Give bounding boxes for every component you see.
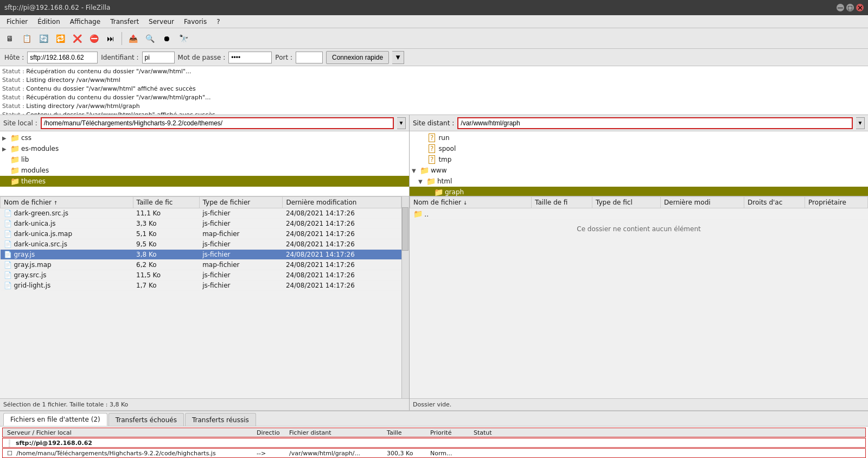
status-line-1: Statut : Récupération du contenu du doss… [2,67,866,76]
selection-status: Sélection de 1 fichier. Taille totale : … [0,398,409,410]
tab-success[interactable]: Transferts réussis [185,413,256,426]
remote-col-rights[interactable]: Droits d'ac [744,197,805,208]
close-button[interactable]: ✕ [856,4,864,11]
folder-icon: 📁 [10,166,20,175]
tree-arrow-down: ▼ [412,168,418,174]
table-row[interactable]: 📄grid-light.js 1,7 Ko js-fichier 24/08/2… [1,281,401,291]
menu-fichier[interactable]: Fichier [2,17,32,27]
menu-favoris[interactable]: Favoris [180,17,211,27]
queue-local-1: ☐ /home/manu/Téléchargements/Highcharts-… [5,450,254,457]
queue-header: Serveur / Fichier local Directio Fichier… [2,428,866,437]
remote-tree-item-tmp[interactable]: ? tmp [410,154,868,165]
connect-button[interactable]: Connexion rapide [326,51,389,64]
remote-path-input[interactable] [457,117,853,129]
pass-input[interactable] [228,52,272,63]
table-row[interactable]: 📁 .. [410,208,868,220]
local-path-bar: Site local : ▼ [0,115,409,131]
remote-col-size[interactable]: Taille de fi [532,197,592,208]
queue-area: Fichiers en file d'attente (2) Transfert… [0,410,868,458]
remote-tree-item-www[interactable]: ▼ 📁 www [410,165,868,176]
col-header-size[interactable]: Taille de fic [133,197,199,208]
file-icon: 📄 [4,209,12,217]
col-header-name[interactable]: Nom de fichier ↑ [1,197,133,208]
remote-tree-item-run[interactable]: ? run [410,132,868,143]
host-input[interactable] [27,52,98,63]
remote-path-dropdown[interactable]: ▼ [856,117,865,129]
toolbar-open-site[interactable]: 📋 [19,31,34,46]
local-path-input[interactable] [41,117,394,129]
remote-file-table: Nom de fichier ↓ Taille de fi Type de fi… [410,196,868,220]
toolbar-sync-browse[interactable]: ⏺ [159,31,174,46]
queue-prio-1: Norm... [428,450,471,457]
local-scrollbar[interactable] [401,196,409,398]
table-row[interactable]: 📄dark-green.src.js 11,1 Ko js-fichier 24… [1,208,401,219]
file-icon: 📄 [4,261,12,269]
remote-col-owner[interactable]: Propriétaire [805,197,868,208]
minimize-button[interactable]: ─ [837,4,844,11]
queue-content: Serveur / Fichier local Directio Fichier… [0,427,868,458]
status-line-5: Statut : Listing directory /var/www/html… [2,102,866,111]
question-icon: ? [429,133,435,142]
tab-failed[interactable]: Transferts échoués [108,413,184,426]
toolbar-process-queue[interactable]: 📤 [125,31,141,46]
folder-icon: 📁 [413,209,423,218]
titlebar-controls: ─ □ ✕ [837,4,864,11]
local-file-table: Nom de fichier ↑ Taille de fic Type de f… [0,196,401,291]
table-row[interactable]: 📄gray.js.map 6,2 Ko map-fichier 24/08/20… [1,260,401,270]
file-icon: 📄 [4,220,12,227]
tree-item-themes[interactable]: 📁 themes [0,176,409,187]
toolbar-refresh[interactable]: 🔄 [36,31,51,46]
remote-tree-item-graph[interactable]: 📁 graph [410,187,868,196]
port-input[interactable] [296,52,323,63]
tree-arrow [2,168,9,174]
file-checkbox-1: ☐ [7,450,12,457]
toolbar-cancel[interactable]: ⛔ [86,31,101,46]
table-row[interactable]: 📄dark-unica.js 3,3 Ko js-fichier 24/08/2… [1,219,401,229]
remote-col-date[interactable]: Dernière modi [661,197,744,208]
connect-dropdown[interactable]: ▼ [392,51,404,64]
remote-file-list-area: Nom de fichier ↓ Taille de fi Type de fi… [410,196,868,398]
question-icon: ? [429,144,435,153]
remote-col-type[interactable]: Type de ficl [592,197,661,208]
toolbar-skip[interactable]: ⏭ [103,31,118,46]
toolbar-disconnect[interactable]: ❌ [69,31,85,46]
menu-serveur[interactable]: Serveur [144,17,178,27]
tree-item-es-modules[interactable]: ▶ 📁 es-modules [0,143,409,154]
remote-tree-item-html[interactable]: ▼ 📁 html [410,176,868,187]
table-row-selected[interactable]: 📄gray.js 3,8 Ko js-fichier 24/08/2021 14… [1,250,401,260]
remote-tree-item-spool[interactable]: ? spool [410,143,868,154]
folder-icon: 📁 [426,177,436,186]
local-path-dropdown[interactable]: ▼ [397,117,406,129]
folder-icon: 📁 [420,166,429,175]
toolbar-reconnect[interactable]: 🔁 [53,31,68,46]
pass-label: Mot de passe : [178,54,226,61]
col-header-date[interactable]: Dernière modification [283,197,401,208]
remote-col-name[interactable]: Nom de fichier ↓ [410,197,532,208]
queue-file-row-1[interactable]: ☐ /home/manu/Téléchargements/Highcharts-… [2,448,866,458]
status-log: Statut : Récupération du contenu du doss… [0,66,868,115]
tree-item-lib[interactable]: 📁 lib [0,154,409,165]
menu-affichage[interactable]: Affichage [66,17,105,27]
toolbar-search[interactable]: 🔍 [142,31,157,46]
menu-transfert[interactable]: Transfert [106,17,143,27]
status-line-2: Statut : Listing directory /var/www/html [2,76,866,85]
connection-bar: Hôte : Identifiant : Mot de passe : Port… [0,49,868,66]
table-row[interactable]: 📄dark-unica.js.map 5,1 Ko map-fichier 24… [1,229,401,239]
toolbar-new-site[interactable]: 🖥 [2,31,17,46]
table-row[interactable]: 📄gray.src.js 11,5 Ko js-fichier 24/08/20… [1,270,401,281]
folder-icon: 📁 [10,177,20,186]
table-row[interactable]: 📄dark-unica.src.js 9,5 Ko js-fichier 24/… [1,239,401,250]
tree-item-modules[interactable]: 📁 modules [0,165,409,176]
col-header-type[interactable]: Type de fichier [199,197,283,208]
scrollbar-thumb[interactable] [402,207,409,251]
tree-arrow [2,179,9,185]
user-input[interactable] [142,52,175,63]
queue-header-prio: Priorité [428,429,471,436]
tree-item-css[interactable]: ▶ 📁 css [0,132,409,143]
menu-edition[interactable]: Édition [33,17,65,27]
menu-help[interactable]: ? [212,17,224,27]
queue-size-1: 300,3 Ko [385,450,428,457]
maximize-button[interactable]: □ [846,4,854,11]
tab-queue[interactable]: Fichiers en file d'attente (2) [3,413,107,426]
toolbar-compare[interactable]: 🔭 [176,31,191,46]
